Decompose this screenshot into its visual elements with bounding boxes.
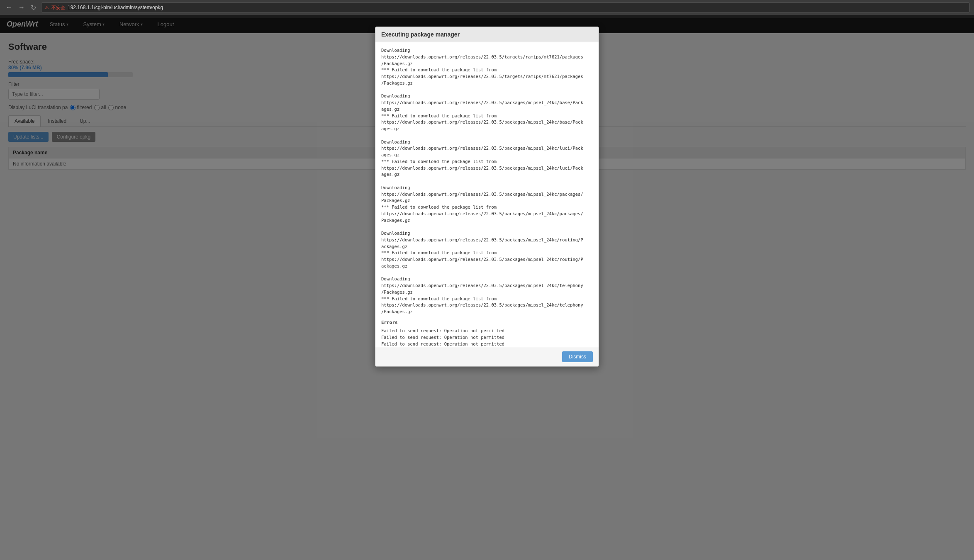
errors-section-title: Errors — [381, 319, 593, 326]
modal-body[interactable]: Downloading https://downloads.openwrt.or… — [375, 42, 599, 347]
modal-errors-text: Failed to send request: Operation not pe… — [381, 328, 593, 347]
modal-title: Executing package manager — [375, 27, 599, 42]
modal-footer: Dismiss — [375, 347, 599, 366]
dismiss-button[interactable]: Dismiss — [562, 351, 593, 362]
address-bar[interactable]: ⚠ 不安全 192.168.1.1/cgi-bin/luci/admin/sys… — [41, 2, 970, 12]
modal-dialog: Executing package manager Downloading ht… — [375, 27, 599, 367]
nav-controls: ← → ↻ — [4, 3, 38, 12]
security-icon: ⚠ — [45, 5, 49, 10]
browser-bar: ← → ↻ ⚠ 不安全 192.168.1.1/cgi-bin/luci/adm… — [0, 0, 974, 15]
forward-button[interactable]: → — [17, 3, 27, 12]
modal-output-text: Downloading https://downloads.openwrt.or… — [381, 47, 593, 315]
back-button[interactable]: ← — [4, 3, 14, 12]
page-content: Software Free space: 80% (7.96 MB) Filte… — [0, 33, 974, 560]
modal-overlay: Executing package manager Downloading ht… — [0, 18, 974, 560]
url-text: 192.168.1.1/cgi-bin/luci/admin/system/op… — [68, 5, 163, 10]
security-label: 不安全 — [51, 5, 65, 11]
refresh-button[interactable]: ↻ — [29, 3, 38, 12]
